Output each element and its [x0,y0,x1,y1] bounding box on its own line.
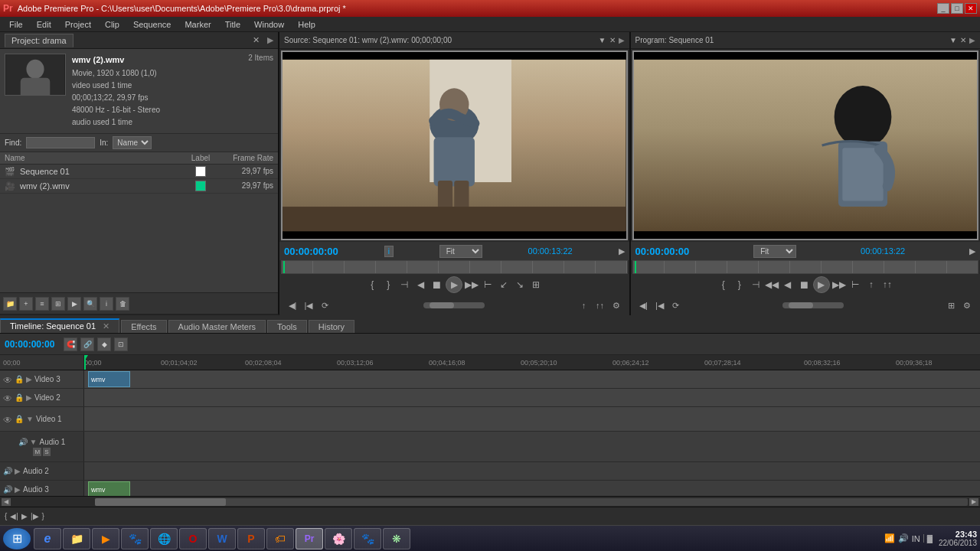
source-mark-in[interactable]: { [365,278,379,292]
taskbar-media-player[interactable]: ▶ [92,528,119,549]
menu-marker[interactable]: Marker [178,19,217,30]
asset-row-video[interactable]: 🎥 wmv (2).wmv 29,97 fps [0,179,278,194]
program-go-in[interactable]: ⊣ [749,278,763,292]
program-go-out[interactable]: ⊢ [848,278,862,292]
find-button[interactable]: 🔍 [83,297,97,311]
program-step-forward[interactable]: ▶▶ [832,278,846,292]
program-jog-left[interactable]: ◀| [637,298,651,312]
menu-window[interactable]: Window [248,19,290,30]
program-trim-in[interactable]: |◀ [653,298,667,312]
taskbar-app13[interactable]: 🐾 [354,528,381,549]
menu-sequence[interactable]: Sequence [127,19,178,30]
new-item-button[interactable]: + [19,297,33,311]
menu-file[interactable]: File [3,19,29,30]
taskbar-app10[interactable]: 🏷 [266,528,294,549]
tab-audio-master[interactable]: Audio Master Meters [168,320,266,333]
program-lift[interactable]: ↑ [864,278,878,292]
program-timeline-strip[interactable] [632,260,979,274]
source-stop[interactable]: ⏹ [430,278,443,292]
tab-timeline[interactable]: Timeline: Sequence 01 ✕ [0,318,119,333]
program-fit-select[interactable]: Fit 100% [753,245,796,258]
program-timecode-start[interactable]: 00:00:00:00 [635,246,690,257]
asset-row-sequence[interactable]: 🎬 Sequence 01 29,97 fps [0,165,278,179]
project-tab[interactable]: Project: drama [5,34,74,47]
project-panel-close[interactable]: ✕ [253,35,260,45]
taskbar-app5[interactable]: 🐾 [121,528,149,549]
program-extract[interactable]: ↑↑ [880,278,894,292]
track-audio-1-speaker[interactable]: 🔊 [18,438,28,446]
tl-bottom-step-back[interactable]: ◀| [10,512,18,520]
track-video-2-expand[interactable]: ▶ [26,393,32,402]
track-audio-1-solo[interactable]: S [43,448,50,456]
menu-clip[interactable]: Clip [99,19,126,30]
source-mark-out[interactable]: } [381,278,395,292]
source-trim-in[interactable]: |◀ [302,298,315,312]
close-button[interactable]: ✕ [965,3,977,14]
source-go-out[interactable]: ⊢ [481,278,495,292]
tl-linked-button[interactable]: 🔗 [80,337,94,351]
taskbar-chrome[interactable]: 🌐 [150,528,178,549]
program-mark-out[interactable]: } [733,278,746,292]
track-audio-2-speaker[interactable]: 🔊 [3,467,12,475]
source-monitor-dropdown[interactable]: ▼ [599,36,606,44]
program-monitor-out-arrow[interactable]: ▶ [969,246,975,256]
source-marker-button[interactable]: i [384,246,394,257]
source-settings[interactable]: ⚙ [609,298,623,312]
menu-edit[interactable]: Edit [31,19,57,30]
tab-history[interactable]: History [309,320,354,333]
track-video-1-expand[interactable]: ▼ [26,415,34,423]
source-extract[interactable]: ↑↑ [593,298,607,312]
taskbar-app12[interactable]: 🌸 [325,528,352,549]
list-view-button[interactable]: ≡ [35,297,49,311]
taskbar-opera[interactable]: O [179,528,207,549]
track-audio-1-mute[interactable]: M [33,448,41,456]
tl-scroll-thumb[interactable] [95,498,226,506]
minimize-button[interactable]: _ [937,3,949,14]
program-step-back2[interactable]: ◀ [781,278,795,292]
source-overwrite[interactable]: ↘ [513,278,527,292]
systray-sound[interactable]: 🔊 [898,533,909,543]
track-audio-1-content[interactable] [84,432,980,461]
source-monitor-close[interactable]: ✕ [609,36,616,44]
source-go-in[interactable]: ⊣ [397,278,411,292]
track-video-2-eye[interactable]: 👁 [3,393,12,403]
tab-effects[interactable]: Effects [121,320,166,333]
source-step-forward[interactable]: ▶▶ [465,278,479,292]
find-in-select[interactable]: Name [113,136,152,149]
source-timeline-strip[interactable] [281,260,628,274]
taskbar-powerpoint[interactable]: P [237,528,265,549]
menu-title[interactable]: Title [219,19,247,30]
program-mark-in[interactable]: { [717,278,730,292]
project-panel-menu[interactable]: ▶ [267,35,273,45]
program-stop[interactable]: ⏹ [797,278,811,292]
tl-nested-button[interactable]: ⊡ [114,337,128,351]
source-safe-margin[interactable]: ⊞ [529,278,543,292]
track-audio-1-expand[interactable]: ▼ [30,438,38,446]
source-jog-left[interactable]: ◀| [286,298,299,312]
source-step-back[interactable]: ◀ [413,278,427,292]
info-button[interactable]: i [100,297,113,311]
delete-button[interactable]: 🗑 [116,297,129,311]
program-monitor-menu[interactable]: ▶ [969,36,975,44]
tl-scroll-left[interactable]: ◀ [2,498,11,506]
program-monitor-close[interactable]: ✕ [960,36,966,44]
auto-match-button[interactable]: ▶ [67,297,81,311]
tl-scroll-right[interactable]: ▶ [969,498,978,506]
track-audio-3-speaker[interactable]: 🔊 [3,485,12,494]
source-lift[interactable]: ↑ [577,298,591,312]
taskbar-explorer[interactable]: 📁 [63,528,90,549]
track-audio-2-expand[interactable]: ▶ [15,467,21,475]
track-audio-2-content[interactable] [84,462,980,480]
program-jog-wheel[interactable] [782,302,844,308]
program-monitor-dropdown[interactable]: ▼ [949,36,957,44]
program-play[interactable]: ▶ [813,276,830,293]
taskbar-ie[interactable]: e [34,528,61,549]
source-jog-wheel[interactable] [423,302,485,308]
source-fit-select[interactable]: Fit 100% 50% [439,245,482,258]
taskbar-app14[interactable]: ❋ [383,528,410,549]
track-video-2-lock[interactable]: 🔒 [15,393,24,402]
source-insert[interactable]: ↙ [497,278,511,292]
tab-tools[interactable]: Tools [267,320,307,333]
tl-bottom-mark-out[interactable]: } [42,512,44,520]
track-audio-3-expand[interactable]: ▶ [15,485,21,494]
